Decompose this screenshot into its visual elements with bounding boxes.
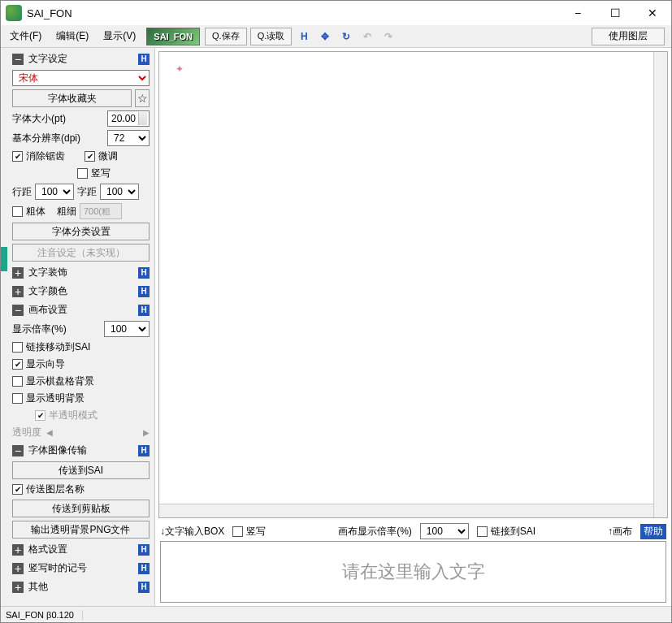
collapse-icon <box>12 54 24 65</box>
right-arrow-icon: ▶ <box>143 428 150 437</box>
menu-bar: 文件(F) 编辑(E) 显示(V) SAI_FON Q.保存 Q.读取 H ✥ … <box>1 25 671 48</box>
window-title: SAI_FON <box>27 7 559 19</box>
charspacing-label: 字距 <box>77 185 97 199</box>
h-badge-icon[interactable]: H <box>138 305 150 316</box>
link-sai-label: 链接移动到SAI <box>26 340 90 354</box>
section-label: 文字颜色 <box>28 284 67 298</box>
minimize-button[interactable]: − <box>559 1 596 25</box>
expand-icon <box>12 563 24 574</box>
undo-icon[interactable]: ↶ <box>358 28 376 45</box>
charspacing-select[interactable]: 100 <box>100 184 139 200</box>
ruby-button: 注音设定（未实现） <box>12 244 150 262</box>
mid-vertical-checkbox[interactable] <box>232 526 243 537</box>
expand-icon <box>12 286 24 297</box>
section-other[interactable]: 其他 H <box>11 578 151 596</box>
section-label: 文字设定 <box>28 52 67 66</box>
font-favorites-button[interactable]: 字体收藏夹 <box>12 89 132 107</box>
app-icon <box>6 5 22 21</box>
mid-bar: ↓文字输入BOX 竖写 画布显示倍率(%) 100 链接到SAI ↑画布 帮助 <box>155 521 671 541</box>
font-size-label: 字体大小(pt) <box>12 112 66 126</box>
h-badge-icon[interactable]: H <box>138 286 150 297</box>
png-button[interactable]: 输出透明背景PNG文件 <box>12 521 150 539</box>
sidebar: 文字设定 H 宋体 字体收藏夹 ☆ 字体大小(pt) 20.00 基本分辨率(d… <box>1 48 155 606</box>
maximize-button[interactable]: ☐ <box>596 1 634 25</box>
canvas[interactable]: ✦ <box>158 51 668 518</box>
guide-checkbox[interactable] <box>12 359 23 370</box>
menu-edit[interactable]: 编辑(E) <box>49 27 96 45</box>
antialias-checkbox[interactable] <box>12 151 23 162</box>
h-badge-icon[interactable]: H <box>138 544 150 556</box>
h-badge-icon[interactable]: H <box>138 267 150 279</box>
expand-icon <box>12 582 24 593</box>
text-placeholder: 请在这里输入文字 <box>342 560 485 584</box>
font-size-input[interactable]: 20.00 <box>107 110 150 127</box>
fine-label: 微调 <box>98 149 118 163</box>
linespacing-label: 行距 <box>12 185 32 199</box>
left-arrow-icon: ◀ <box>46 428 53 437</box>
weight-label: 粗细 <box>57 205 76 218</box>
vertical-label: 竖写 <box>91 167 111 180</box>
section-label: 字体图像传输 <box>28 443 87 457</box>
redo-icon[interactable]: ↷ <box>379 28 397 45</box>
send-sai-button[interactable]: 传送到SAI <box>12 461 150 479</box>
section-canvas-settings[interactable]: 画布设置 H <box>11 301 151 319</box>
layer-name-checkbox[interactable] <box>12 484 23 495</box>
section-vertical-mark[interactable]: 竖写时的记号 H <box>11 559 151 578</box>
main-area: ✦ ↓文字输入BOX 竖写 画布显示倍率(%) 100 链接到SAI ↑画布 帮… <box>155 48 671 606</box>
section-label: 画布设置 <box>28 303 67 317</box>
quick-save-button[interactable]: Q.保存 <box>205 28 247 45</box>
use-layer-button[interactable]: 使用图层 <box>592 28 665 45</box>
font-select[interactable]: 宋体 <box>12 70 150 86</box>
section-font-image[interactable]: 字体图像传输 H <box>11 441 151 460</box>
zoom-select[interactable]: 100 <box>104 321 150 337</box>
disp-zoom-select[interactable]: 100 <box>420 523 469 539</box>
menu-file[interactable]: 文件(F) <box>2 27 49 45</box>
h-icon[interactable]: H <box>295 28 313 45</box>
status-bar: SAI_FON β0.120 <box>1 606 671 622</box>
section-text-settings[interactable]: 文字设定 H <box>11 50 151 68</box>
section-text-color[interactable]: 文字颜色 H <box>11 282 151 301</box>
section-text-deco[interactable]: 文字装饰 H <box>11 263 151 282</box>
trans-bg-checkbox[interactable] <box>12 393 23 404</box>
guide-label: 显示向导 <box>26 357 65 371</box>
menu-view[interactable]: 显示(V) <box>96 27 143 45</box>
bold-label: 粗体 <box>26 205 46 218</box>
vertical-scrollbar[interactable] <box>653 52 667 517</box>
expand-icon <box>12 267 24 279</box>
toolbar-logo: SAI_FON <box>146 28 200 45</box>
linespacing-select[interactable]: 100 <box>35 184 74 200</box>
section-format[interactable]: 格式设置 H <box>11 540 151 559</box>
mid-link-label: 链接到SAI <box>491 525 535 539</box>
h-badge-icon[interactable]: H <box>138 582 150 593</box>
horizontal-scrollbar[interactable] <box>159 504 653 517</box>
opacity-label: 透明度 <box>12 426 41 439</box>
h-badge-icon[interactable]: H <box>138 54 150 65</box>
dpi-label: 基本分辨率(dpi) <box>12 132 80 145</box>
mid-link-checkbox[interactable] <box>477 526 488 537</box>
link-sai-checkbox[interactable] <box>12 342 23 353</box>
fine-checkbox[interactable] <box>85 151 95 162</box>
semi-label: 半透明模式 <box>49 409 98 422</box>
section-label: 其他 <box>28 580 48 594</box>
clipboard-button[interactable]: 传送到剪贴板 <box>12 500 150 517</box>
grid-checkbox[interactable] <box>12 376 23 387</box>
h-badge-icon[interactable]: H <box>138 563 150 574</box>
section-label: 文字装饰 <box>28 266 67 279</box>
close-button[interactable]: ✕ <box>634 1 671 25</box>
h-badge-icon[interactable]: H <box>138 445 150 456</box>
rotate-icon[interactable]: ↻ <box>337 28 355 45</box>
dpi-select[interactable]: 72 <box>107 130 150 146</box>
bold-checkbox[interactable] <box>12 206 23 217</box>
font-class-button[interactable]: 字体分类设置 <box>12 223 150 240</box>
vertical-checkbox[interactable] <box>77 168 88 179</box>
collapse-icon <box>12 305 24 316</box>
expand-icon <box>12 544 24 556</box>
text-input-box[interactable]: 请在这里输入文字 <box>160 541 666 603</box>
star-icon[interactable]: ☆ <box>135 89 150 107</box>
help-link[interactable]: 帮助 <box>640 524 666 539</box>
quick-load-button[interactable]: Q.读取 <box>250 28 293 45</box>
semi-checkbox <box>35 410 46 421</box>
move-icon[interactable]: ✥ <box>316 28 334 45</box>
zoom-label: 显示倍率(%) <box>12 322 67 336</box>
layer-name-label: 传送图层名称 <box>26 482 85 496</box>
